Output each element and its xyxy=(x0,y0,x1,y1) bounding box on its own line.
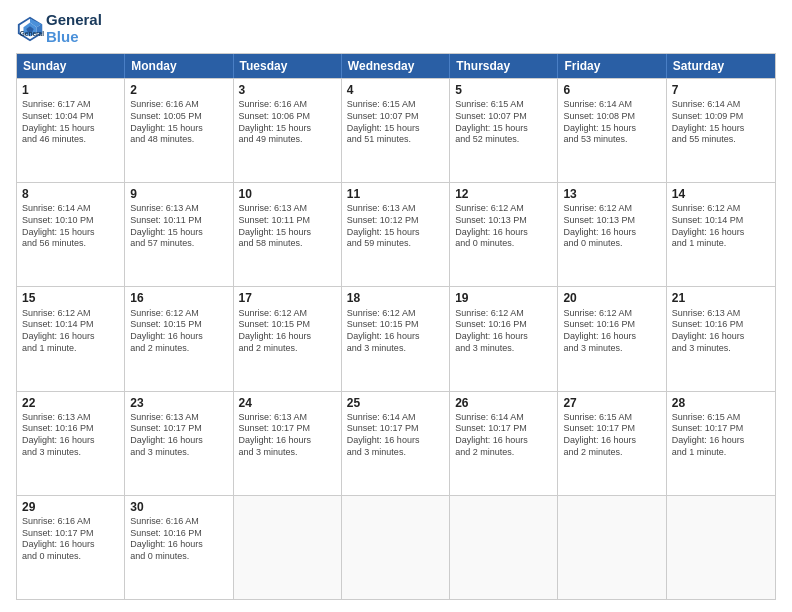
calendar-day-23: 23Sunrise: 6:13 AM Sunset: 10:17 PM Dayl… xyxy=(125,392,233,495)
day-info: Sunrise: 6:14 AM Sunset: 10:17 PM Daylig… xyxy=(347,412,444,459)
day-number: 7 xyxy=(672,82,770,98)
calendar-week-4: 22Sunrise: 6:13 AM Sunset: 10:16 PM Dayl… xyxy=(17,391,775,495)
day-number: 4 xyxy=(347,82,444,98)
calendar-week-2: 8Sunrise: 6:14 AM Sunset: 10:10 PM Dayli… xyxy=(17,182,775,286)
calendar-day-25: 25Sunrise: 6:14 AM Sunset: 10:17 PM Dayl… xyxy=(342,392,450,495)
day-info: Sunrise: 6:12 AM Sunset: 10:14 PM Daylig… xyxy=(22,308,119,355)
day-number: 24 xyxy=(239,395,336,411)
calendar-week-1: 1Sunrise: 6:17 AM Sunset: 10:04 PM Dayli… xyxy=(17,78,775,182)
calendar-day-12: 12Sunrise: 6:12 AM Sunset: 10:13 PM Dayl… xyxy=(450,183,558,286)
day-info: Sunrise: 6:13 AM Sunset: 10:17 PM Daylig… xyxy=(239,412,336,459)
day-info: Sunrise: 6:17 AM Sunset: 10:04 PM Daylig… xyxy=(22,99,119,146)
day-number: 8 xyxy=(22,186,119,202)
header: General General Blue xyxy=(16,12,776,45)
header-day-wednesday: Wednesday xyxy=(342,54,450,78)
calendar-day-20: 20Sunrise: 6:12 AM Sunset: 10:16 PM Dayl… xyxy=(558,287,666,390)
day-number: 6 xyxy=(563,82,660,98)
calendar-day-26: 26Sunrise: 6:14 AM Sunset: 10:17 PM Dayl… xyxy=(450,392,558,495)
calendar-empty xyxy=(342,496,450,599)
day-number: 23 xyxy=(130,395,227,411)
day-info: Sunrise: 6:14 AM Sunset: 10:09 PM Daylig… xyxy=(672,99,770,146)
calendar-day-30: 30Sunrise: 6:16 AM Sunset: 10:16 PM Dayl… xyxy=(125,496,233,599)
day-info: Sunrise: 6:16 AM Sunset: 10:17 PM Daylig… xyxy=(22,516,119,563)
calendar-day-28: 28Sunrise: 6:15 AM Sunset: 10:17 PM Dayl… xyxy=(667,392,775,495)
calendar-day-6: 6Sunrise: 6:14 AM Sunset: 10:08 PM Dayli… xyxy=(558,79,666,182)
day-number: 18 xyxy=(347,290,444,306)
day-number: 3 xyxy=(239,82,336,98)
day-info: Sunrise: 6:12 AM Sunset: 10:15 PM Daylig… xyxy=(347,308,444,355)
calendar-body: 1Sunrise: 6:17 AM Sunset: 10:04 PM Dayli… xyxy=(17,78,775,599)
day-info: Sunrise: 6:16 AM Sunset: 10:06 PM Daylig… xyxy=(239,99,336,146)
day-info: Sunrise: 6:13 AM Sunset: 10:12 PM Daylig… xyxy=(347,203,444,250)
day-info: Sunrise: 6:13 AM Sunset: 10:16 PM Daylig… xyxy=(22,412,119,459)
day-number: 16 xyxy=(130,290,227,306)
day-info: Sunrise: 6:13 AM Sunset: 10:16 PM Daylig… xyxy=(672,308,770,355)
day-number: 25 xyxy=(347,395,444,411)
day-info: Sunrise: 6:14 AM Sunset: 10:10 PM Daylig… xyxy=(22,203,119,250)
day-info: Sunrise: 6:13 AM Sunset: 10:11 PM Daylig… xyxy=(239,203,336,250)
calendar-day-17: 17Sunrise: 6:12 AM Sunset: 10:15 PM Dayl… xyxy=(234,287,342,390)
calendar-day-8: 8Sunrise: 6:14 AM Sunset: 10:10 PM Dayli… xyxy=(17,183,125,286)
day-info: Sunrise: 6:13 AM Sunset: 10:11 PM Daylig… xyxy=(130,203,227,250)
day-number: 26 xyxy=(455,395,552,411)
day-number: 15 xyxy=(22,290,119,306)
day-number: 29 xyxy=(22,499,119,515)
calendar-container: General General Blue SundayMondayTuesday… xyxy=(0,0,792,612)
day-info: Sunrise: 6:12 AM Sunset: 10:13 PM Daylig… xyxy=(563,203,660,250)
logo-general: General xyxy=(46,12,102,29)
day-number: 19 xyxy=(455,290,552,306)
day-info: Sunrise: 6:12 AM Sunset: 10:16 PM Daylig… xyxy=(455,308,552,355)
calendar-day-15: 15Sunrise: 6:12 AM Sunset: 10:14 PM Dayl… xyxy=(17,287,125,390)
calendar-empty xyxy=(558,496,666,599)
day-number: 14 xyxy=(672,186,770,202)
calendar-empty xyxy=(450,496,558,599)
logo: General General Blue xyxy=(16,12,102,45)
calendar-day-4: 4Sunrise: 6:15 AM Sunset: 10:07 PM Dayli… xyxy=(342,79,450,182)
calendar-empty xyxy=(234,496,342,599)
calendar-day-7: 7Sunrise: 6:14 AM Sunset: 10:09 PM Dayli… xyxy=(667,79,775,182)
day-info: Sunrise: 6:15 AM Sunset: 10:07 PM Daylig… xyxy=(455,99,552,146)
calendar-empty xyxy=(667,496,775,599)
day-info: Sunrise: 6:16 AM Sunset: 10:05 PM Daylig… xyxy=(130,99,227,146)
calendar-day-1: 1Sunrise: 6:17 AM Sunset: 10:04 PM Dayli… xyxy=(17,79,125,182)
calendar-week-3: 15Sunrise: 6:12 AM Sunset: 10:14 PM Dayl… xyxy=(17,286,775,390)
day-info: Sunrise: 6:15 AM Sunset: 10:17 PM Daylig… xyxy=(563,412,660,459)
day-info: Sunrise: 6:12 AM Sunset: 10:14 PM Daylig… xyxy=(672,203,770,250)
calendar: SundayMondayTuesdayWednesdayThursdayFrid… xyxy=(16,53,776,600)
day-number: 12 xyxy=(455,186,552,202)
calendar-header: SundayMondayTuesdayWednesdayThursdayFrid… xyxy=(17,54,775,78)
day-number: 2 xyxy=(130,82,227,98)
calendar-day-18: 18Sunrise: 6:12 AM Sunset: 10:15 PM Dayl… xyxy=(342,287,450,390)
day-info: Sunrise: 6:16 AM Sunset: 10:16 PM Daylig… xyxy=(130,516,227,563)
day-number: 13 xyxy=(563,186,660,202)
calendar-day-21: 21Sunrise: 6:13 AM Sunset: 10:16 PM Dayl… xyxy=(667,287,775,390)
day-number: 17 xyxy=(239,290,336,306)
svg-text:General: General xyxy=(20,29,44,36)
day-number: 10 xyxy=(239,186,336,202)
calendar-day-14: 14Sunrise: 6:12 AM Sunset: 10:14 PM Dayl… xyxy=(667,183,775,286)
calendar-day-2: 2Sunrise: 6:16 AM Sunset: 10:05 PM Dayli… xyxy=(125,79,233,182)
header-day-tuesday: Tuesday xyxy=(234,54,342,78)
calendar-day-16: 16Sunrise: 6:12 AM Sunset: 10:15 PM Dayl… xyxy=(125,287,233,390)
day-info: Sunrise: 6:12 AM Sunset: 10:15 PM Daylig… xyxy=(130,308,227,355)
header-day-saturday: Saturday xyxy=(667,54,775,78)
day-info: Sunrise: 6:12 AM Sunset: 10:13 PM Daylig… xyxy=(455,203,552,250)
day-number: 11 xyxy=(347,186,444,202)
header-day-friday: Friday xyxy=(558,54,666,78)
day-info: Sunrise: 6:13 AM Sunset: 10:17 PM Daylig… xyxy=(130,412,227,459)
logo-blue: Blue xyxy=(46,29,102,46)
calendar-day-19: 19Sunrise: 6:12 AM Sunset: 10:16 PM Dayl… xyxy=(450,287,558,390)
calendar-day-22: 22Sunrise: 6:13 AM Sunset: 10:16 PM Dayl… xyxy=(17,392,125,495)
day-number: 20 xyxy=(563,290,660,306)
calendar-day-9: 9Sunrise: 6:13 AM Sunset: 10:11 PM Dayli… xyxy=(125,183,233,286)
calendar-day-29: 29Sunrise: 6:16 AM Sunset: 10:17 PM Dayl… xyxy=(17,496,125,599)
calendar-day-24: 24Sunrise: 6:13 AM Sunset: 10:17 PM Dayl… xyxy=(234,392,342,495)
day-info: Sunrise: 6:14 AM Sunset: 10:17 PM Daylig… xyxy=(455,412,552,459)
day-number: 27 xyxy=(563,395,660,411)
day-number: 1 xyxy=(22,82,119,98)
day-number: 9 xyxy=(130,186,227,202)
calendar-week-5: 29Sunrise: 6:16 AM Sunset: 10:17 PM Dayl… xyxy=(17,495,775,599)
calendar-day-10: 10Sunrise: 6:13 AM Sunset: 10:11 PM Dayl… xyxy=(234,183,342,286)
day-number: 21 xyxy=(672,290,770,306)
calendar-day-27: 27Sunrise: 6:15 AM Sunset: 10:17 PM Dayl… xyxy=(558,392,666,495)
